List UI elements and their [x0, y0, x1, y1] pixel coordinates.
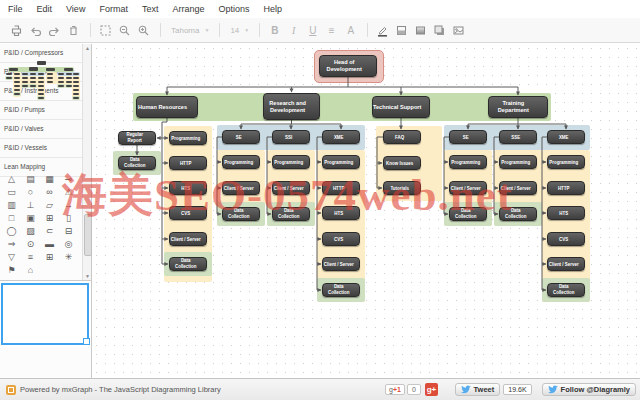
minimap-viewport[interactable] [1, 283, 89, 345]
diagram-node-hr[interactable]: Human Resources [136, 96, 198, 118]
plusone-button[interactable]: g+1 [385, 384, 405, 395]
arrow-shape[interactable]: → [59, 198, 78, 211]
diagram-node-sse-data-collection[interactable]: Data Collection [499, 207, 537, 221]
diagram-node-xme2-programming[interactable]: Programming [547, 155, 585, 169]
rectangle-shape[interactable]: ▭ [2, 185, 21, 198]
cylinder-shape[interactable]: ▤ [21, 172, 40, 185]
diagram-node-hr-programming[interactable]: Programming [169, 131, 207, 145]
diagram-node-know-issues[interactable]: Know Issues [383, 156, 421, 170]
plusone-widget[interactable]: g+1 0 [385, 384, 421, 395]
print-icon[interactable] [8, 22, 25, 38]
menu-options[interactable]: Options [218, 4, 249, 14]
tee-shape[interactable]: ⊥ [21, 198, 40, 211]
outline-minimap[interactable] [0, 280, 91, 347]
lines-shape[interactable]: ≡ [21, 250, 40, 263]
diagram-node-ssi-programming[interactable]: Programming [272, 155, 310, 169]
menu-edit[interactable]: Edit [37, 4, 53, 14]
glasses-shape[interactable]: ∞ [40, 185, 59, 198]
scroll-up-icon[interactable]: ▲ [83, 44, 92, 52]
menu-arrange[interactable]: Arrange [172, 4, 204, 14]
diagram-node-xme2-http[interactable]: HTTP [547, 181, 585, 195]
italic-icon[interactable]: I [285, 22, 302, 38]
inverted-triangle-shape[interactable]: ▽ [2, 250, 21, 263]
diagram-node-se1[interactable]: SE [222, 130, 260, 144]
diagram-node-xme2[interactable]: XME [547, 130, 585, 144]
image-icon[interactable] [450, 22, 467, 38]
font-size-select[interactable]: 14▼ [226, 24, 253, 37]
zoom-out-icon[interactable] [116, 22, 133, 38]
diagram-node-xme1-client-server[interactable]: Client / Server [322, 257, 360, 271]
diagram-node-xme2-client-server[interactable]: Client / Server [547, 257, 585, 271]
diagram-node-hr-data-collection2[interactable]: Data Collection [169, 257, 207, 271]
diagram-node-xme1-http[interactable]: HTTP [322, 181, 360, 195]
diagram-node-ssi[interactable]: SSI [272, 130, 310, 144]
diagram-node-xme2-data-collection[interactable]: Data Collection [547, 283, 585, 297]
fill-color-icon[interactable] [393, 22, 410, 38]
minimap-resize-handle[interactable] [83, 338, 90, 345]
palette-section-p-id-valves[interactable]: P&ID / Valves▸ [0, 120, 91, 139]
diagram-node-se2-data-collection[interactable]: Data Collection [449, 207, 487, 221]
warning-triangle-shape[interactable]: ⚠ [59, 185, 78, 198]
redo-icon[interactable] [46, 22, 63, 38]
scrollbar-thumb[interactable] [84, 214, 92, 256]
diagram-node-td[interactable]: Training Department [488, 96, 548, 118]
diagram-node-xme2-cvs[interactable]: CVS [547, 232, 585, 246]
font-color-icon[interactable]: A [342, 22, 359, 38]
diagram-node-hr-cvs[interactable]: CVS [169, 206, 207, 220]
grid-box-shape[interactable]: ▦ [40, 172, 59, 185]
diagram-node-sse[interactable]: SSE [499, 130, 537, 144]
bold-icon[interactable]: B [266, 22, 283, 38]
diagram-node-sse-programming[interactable]: Programming [499, 155, 537, 169]
zoom-in-icon[interactable] [135, 22, 152, 38]
diagram-node-se1-data-collection[interactable]: Data Collection [222, 207, 260, 221]
delete-icon[interactable] [65, 22, 82, 38]
palette-section-p-id-compressors[interactable]: P&ID / Compressors▸ [0, 44, 91, 63]
circle-dot-shape[interactable]: ⊙ [21, 237, 40, 250]
striped-box-shape[interactable]: ▥ [2, 198, 21, 211]
googleplus-share-icon[interactable]: g+ [425, 383, 438, 396]
diagram-node-se2-client-server[interactable]: Client / Server [449, 181, 487, 195]
diagram-node-rd[interactable]: Research and Development [263, 93, 320, 120]
menu-format[interactable]: Format [99, 4, 128, 14]
diagram-node-ssi-client-server[interactable]: Client / Server [272, 181, 310, 195]
menu-view[interactable]: View [66, 4, 85, 14]
diagram-node-hr-hts[interactable]: HTS [169, 181, 207, 195]
target-shape[interactable]: ◎ [59, 237, 78, 250]
diagram-node-xme1-cvs[interactable]: CVS [322, 232, 360, 246]
diagram-node-hr-client-server[interactable]: Client / Server [169, 232, 207, 246]
minus-box-shape[interactable]: ⊟ [59, 224, 78, 237]
diagram-node-hr-data-collection[interactable]: Data Collection [118, 156, 156, 170]
line-color-icon[interactable] [374, 22, 391, 38]
cart-shape[interactable]: ⊞ [40, 250, 59, 263]
tweet-button[interactable]: Tweet [455, 383, 501, 396]
diagram-node-tutorials[interactable]: Tutorials [383, 181, 421, 195]
align-icon[interactable]: ≡ [323, 22, 340, 38]
filled-square-shape[interactable]: ▣ [21, 211, 40, 224]
fit-page-icon[interactable] [97, 22, 114, 38]
follow-button[interactable]: Follow @Diagramly [542, 383, 636, 396]
parallelogram-shape[interactable]: ▱ [40, 198, 59, 211]
menu-text[interactable]: Text [142, 4, 159, 14]
line-connector-shape[interactable]: ⊸ [59, 172, 78, 185]
operator-shape[interactable]: ✳ [59, 250, 78, 263]
menu-file[interactable]: File [8, 4, 23, 14]
diagram-node-faq[interactable]: FAQ [383, 130, 421, 144]
diagram-node-se2[interactable]: SE [449, 130, 487, 144]
diagram-node-se1-client-server[interactable]: Client / Server [222, 181, 260, 195]
arc-shape[interactable]: ⊂ [40, 224, 59, 237]
diagram-node-xme1-data-collection[interactable]: Data Collection [322, 283, 360, 297]
undo-icon[interactable] [27, 22, 44, 38]
ellipse-shape[interactable]: ○ [21, 185, 40, 198]
diagram-node-xme2-hts[interactable]: HTS [547, 206, 585, 220]
vertical-box-shape[interactable]: ▯ [59, 211, 78, 224]
square-shape[interactable]: □ [2, 211, 21, 224]
diagram-node-hr-http[interactable]: HTTP [169, 156, 207, 170]
diagram-node-xme1[interactable]: XME [322, 130, 360, 144]
arch-shape[interactable]: ⌂ [21, 263, 40, 276]
double-arrow-shape[interactable]: ⇒ [2, 237, 21, 250]
triangle-shape[interactable]: △ [2, 172, 21, 185]
diagram-node-xme1-programming[interactable]: Programming [322, 155, 360, 169]
palette-section-p-id-vessels[interactable]: P&ID / Vessels▸ [0, 139, 91, 158]
underline-icon[interactable]: U [304, 22, 321, 38]
diagram-node-se2-programming[interactable]: Programming [449, 155, 487, 169]
